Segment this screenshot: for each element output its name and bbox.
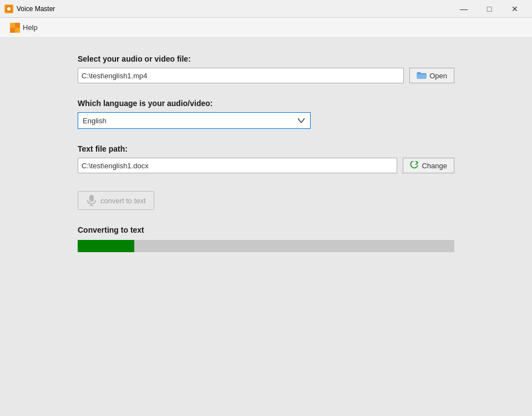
help-label: Help: [23, 23, 38, 32]
file-input-row: Open: [78, 68, 454, 83]
convert-button[interactable]: convert to text: [78, 191, 154, 210]
output-section-label: Text file path:: [78, 144, 454, 153]
svg-rect-5: [10, 28, 15, 33]
output-path-input[interactable]: [78, 158, 397, 173]
progress-bar-container: [78, 240, 454, 252]
change-button[interactable]: Change: [403, 158, 454, 173]
app-title: Voice Master: [17, 5, 451, 13]
maximize-button[interactable]: □: [477, 0, 502, 18]
file-path-input[interactable]: [78, 68, 404, 83]
minimize-button[interactable]: —: [451, 0, 477, 18]
svg-rect-10: [89, 200, 92, 202]
svg-rect-3: [10, 23, 15, 28]
window-controls: — □ ✕: [451, 0, 528, 18]
menu-bar: Help: [0, 18, 532, 38]
convert-button-container: convert to text: [78, 189, 454, 210]
progress-label: Converting to text: [78, 225, 454, 234]
mic-icon: [86, 195, 97, 206]
app-icon: [4, 4, 13, 13]
output-input-row: Change: [78, 158, 454, 173]
progress-section: Converting to text: [78, 225, 454, 252]
file-section-label: Select your audio or video file:: [78, 54, 454, 63]
close-button[interactable]: ✕: [502, 0, 528, 18]
svg-point-2: [7, 7, 11, 11]
progress-bar-fill: [78, 240, 134, 252]
main-content: Select your audio or video file: Open Wh…: [0, 38, 532, 416]
change-button-label: Change: [422, 162, 447, 170]
open-button-label: Open: [429, 72, 447, 80]
svg-rect-4: [15, 23, 20, 28]
help-menu-item[interactable]: Help: [4, 21, 43, 35]
title-bar: Voice Master — □ ✕: [0, 0, 532, 18]
open-button[interactable]: Open: [409, 68, 454, 83]
help-icon: [10, 23, 20, 33]
language-section-label: Which language is your audio/video:: [78, 99, 454, 108]
file-section: Select your audio or video file: Open: [78, 54, 454, 83]
svg-rect-6: [15, 28, 20, 33]
output-section: Text file path: Change: [78, 144, 454, 173]
language-select[interactable]: English Spanish French German Chinese Ja…: [78, 112, 311, 129]
convert-button-label: convert to text: [100, 197, 146, 205]
folder-icon: [417, 72, 427, 79]
language-section: Which language is your audio/video: Engl…: [78, 99, 454, 129]
refresh-icon: [410, 161, 419, 170]
